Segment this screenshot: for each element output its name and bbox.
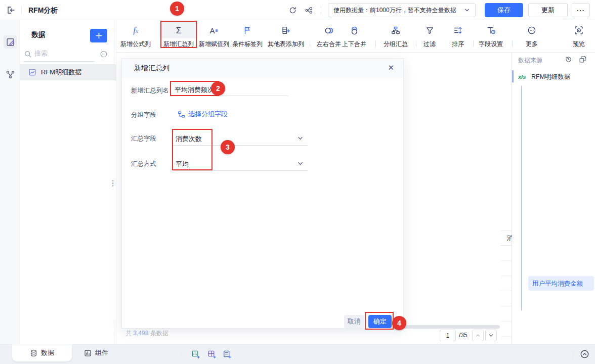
toolbar-condition-tag-column[interactable]: 条件标签列 [232, 23, 263, 49]
toolbar-new-formula-column[interactable]: fx 新增公式列 [113, 23, 158, 49]
toolbar-join-horizontal[interactable]: 左右合并 [317, 23, 341, 49]
add-dashboard-icon[interactable] [207, 350, 216, 358]
sidebar-title: 数据 [31, 30, 46, 39]
divider [416, 40, 416, 47]
venn-horizontal-icon [317, 23, 341, 38]
source-accent-bar [512, 70, 514, 82]
agg-field-label: 汇总字段 [131, 134, 156, 143]
toolbar-add-column-other-table[interactable]: 其他表添加列 [268, 23, 304, 49]
toolbar-sort[interactable]: 排序 [451, 23, 465, 49]
funnel-icon [422, 23, 437, 38]
agg-field-underline [173, 145, 308, 146]
xls-badge: xls [518, 74, 526, 80]
sort-icon [451, 23, 465, 38]
flow-connector-line [521, 86, 522, 310]
toolbar-filter[interactable]: 过滤 [422, 23, 437, 49]
dataset-chart-icon [28, 68, 36, 76]
plus-icon [96, 32, 102, 39]
cancel-button[interactable]: 取消 [344, 315, 364, 328]
data-source-panel [512, 53, 595, 344]
new-summary-column-dialog: 新增汇总列 ✕ 新增汇总列名 平均消费频次 分组字段 选择分组字段 汇总字段 消… [121, 58, 404, 329]
divider [375, 40, 376, 47]
flow-step-user-avg-amount[interactable]: 用户平均消费金额 [532, 279, 589, 289]
toolbar-more[interactable]: 更多 [525, 23, 539, 49]
divider [473, 40, 474, 47]
left-icon-rail [0, 20, 20, 344]
search-icon [24, 50, 32, 58]
tab-data[interactable]: 数据 [12, 344, 72, 361]
column-add-icon [268, 23, 304, 38]
close-icon[interactable]: ✕ [388, 63, 394, 72]
divider [181, 351, 182, 358]
add-report-icon[interactable] [223, 350, 231, 358]
divider [512, 40, 513, 47]
page-total: /35 [459, 332, 468, 339]
chevron-up-icon [475, 333, 481, 338]
name-field-label: 新增汇总列名 [131, 86, 169, 95]
data-scope-dropdown[interactable]: 使用数据量：前1000万行，暂不支持全量数据 [328, 3, 476, 17]
annotation-circle-1: 1 [170, 2, 184, 16]
collapse-panel-icon[interactable] [580, 349, 589, 359]
search-input[interactable] [34, 50, 91, 57]
name-field-value[interactable]: 平均消费频次 [175, 85, 214, 95]
edit-toolbar: fx 新增公式列 Σ 新增汇总列 A≡ 新增赋值列 条件标签列 其他表添加列 左… [116, 20, 595, 53]
select-group-field-link[interactable]: 选择分组字段 [178, 110, 228, 119]
top-bar: RFM分析 使用数据量：前1000万行，暂不支持全量数据 保存 更新 ··· [0, 0, 595, 20]
agg-field-value[interactable]: 消费次数 [176, 134, 202, 144]
page-up-button[interactable] [472, 330, 484, 341]
page-down-button[interactable] [485, 330, 497, 341]
chevron-down-icon[interactable] [297, 160, 304, 167]
group-field-icon [178, 111, 185, 118]
flag-icon [232, 23, 263, 38]
field-settings-icon [479, 23, 503, 38]
agg-mode-label: 汇总方式 [131, 160, 156, 168]
divider [310, 40, 310, 47]
toolbar-new-summary-column[interactable]: Σ 新增汇总列 [163, 23, 194, 49]
search-options-icon[interactable] [100, 50, 108, 58]
a-equals-icon: A≡ [199, 23, 229, 38]
dataset-name: RFM明细数据 [41, 68, 81, 77]
flow-source-name[interactable]: RFM明细数据 [531, 73, 570, 81]
refresh-icon[interactable] [288, 6, 297, 15]
toolbar-join-vertical[interactable]: 上下合并 [342, 23, 366, 49]
agg-mode-value[interactable]: 平均 [176, 160, 189, 169]
dataset-item-selected[interactable]: RFM明细数据 [20, 64, 116, 80]
more-circle-icon [525, 23, 539, 38]
bottom-bar: 数据 组件 [0, 344, 595, 364]
toolbar-preview[interactable]: 预览 [572, 23, 586, 49]
save-button[interactable]: 保存 [485, 3, 523, 17]
org-chart-icon [384, 23, 408, 38]
chevron-down-icon[interactable] [297, 135, 304, 142]
annotation-circle-4: 4 [392, 316, 406, 330]
preview-eye-icon [572, 23, 586, 38]
name-field-underline [171, 96, 288, 96]
more-actions-button[interactable]: ··· [572, 3, 590, 17]
flow-view-icon[interactable] [305, 6, 313, 15]
toolbar-new-assign-column[interactable]: A≡ 新增赋值列 [199, 23, 229, 49]
toolbar-group-summary[interactable]: 分组汇总 [384, 23, 408, 49]
add-dataset-button[interactable] [90, 29, 107, 42]
search-underline [24, 61, 95, 62]
widget-chart-icon [84, 349, 92, 357]
data-source-header: 数据来源 [518, 56, 542, 65]
update-button[interactable]: 更新 [528, 3, 568, 17]
page-number-input[interactable] [440, 330, 456, 341]
layout-switch-icon[interactable] [579, 56, 586, 63]
rail-lineage-icon[interactable] [4, 68, 17, 81]
panel-resize-handle[interactable]: ••• [112, 179, 114, 187]
agg-mode-underline [173, 170, 308, 171]
confirm-button[interactable]: 确定 [368, 315, 392, 328]
page-title: RFM分析 [28, 6, 58, 15]
database-icon [30, 349, 37, 357]
add-chart-icon[interactable] [191, 350, 200, 358]
divider [321, 6, 321, 14]
tab-widget[interactable]: 组件 [72, 344, 120, 361]
collapse-exit-icon[interactable] [7, 6, 16, 15]
dialog-title: 新增汇总列 [134, 64, 169, 73]
history-revert-icon[interactable] [565, 56, 572, 63]
row-count-number: 3,498 [133, 330, 148, 337]
chevron-down-icon [464, 7, 470, 13]
rail-edit-dataset-icon[interactable] [4, 35, 17, 49]
fx-icon: fx [113, 23, 158, 38]
toolbar-field-settings[interactable]: 字段设置 [479, 23, 503, 49]
